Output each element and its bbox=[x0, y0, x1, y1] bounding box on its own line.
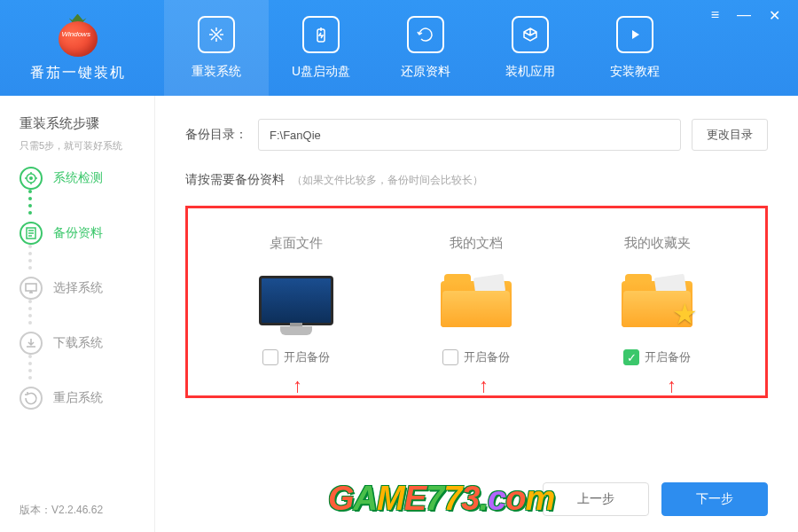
step-download: 下载系统 bbox=[20, 332, 154, 355]
folder-star-icon: ★ bbox=[613, 266, 701, 335]
folder-icon bbox=[432, 266, 520, 335]
nav-usb[interactable]: U盘启动盘 bbox=[269, 0, 373, 96]
header: Windows 番茄一键装机 重装系统 U盘启动盘 还原资料 装机应用 安装教程… bbox=[0, 0, 798, 96]
detect-icon bbox=[20, 167, 43, 190]
backup-icon bbox=[20, 222, 43, 245]
nav-apps[interactable]: 装机应用 bbox=[478, 0, 583, 96]
play-icon bbox=[616, 16, 653, 53]
usb-icon bbox=[302, 16, 340, 53]
main-panel: 备份目录： 更改目录 请按需要备份资料（如果文件比较多，备份时间会比较长） 桌面… bbox=[155, 96, 798, 532]
nav-tutorial[interactable]: 安装教程 bbox=[583, 0, 687, 96]
reinstall-icon bbox=[198, 16, 235, 53]
step-select: 选择系统 bbox=[20, 277, 154, 300]
nav-reinstall[interactable]: 重装系统 bbox=[164, 0, 269, 96]
annotation-arrow-icon: ↑ bbox=[479, 374, 489, 397]
minimize-icon[interactable]: — bbox=[737, 7, 751, 24]
annotation-arrow-icon: ↑ bbox=[293, 374, 302, 397]
backup-documents: 我的文档 开启备份 bbox=[405, 235, 547, 365]
hint: 请按需要备份资料（如果文件比较多，备份时间会比较长） bbox=[185, 172, 768, 188]
select-icon bbox=[20, 277, 43, 300]
sidebar: 重装系统步骤 只需5步，就可装好系统 系统检测 备份资料 选择系统 下载系统 bbox=[0, 96, 155, 532]
backup-box: 桌面文件 开启备份 我的文档 开启备份 我的收藏夹 ★ ✓开启备份 ↑ ↑ ↑ bbox=[185, 206, 768, 398]
restart-icon bbox=[20, 387, 43, 410]
logo-area: Windows 番茄一键装机 bbox=[0, 14, 155, 82]
close-icon[interactable]: ✕ bbox=[769, 7, 780, 24]
monitor-icon bbox=[252, 266, 340, 335]
checkbox-documents[interactable] bbox=[442, 349, 458, 365]
step-detect: 系统检测 bbox=[20, 167, 154, 190]
window-controls: ≡ — ✕ bbox=[711, 7, 780, 24]
watermark: GAME773.com bbox=[328, 480, 554, 518]
checkbox-favorites[interactable]: ✓ bbox=[623, 349, 639, 365]
svg-rect-4 bbox=[26, 284, 36, 291]
checkbox-desktop[interactable] bbox=[262, 349, 278, 365]
tomato-logo-icon: Windows bbox=[57, 14, 99, 57]
dir-input[interactable] bbox=[258, 119, 681, 151]
version-label: 版本：V2.2.46.62 bbox=[20, 503, 103, 518]
backup-desktop: 桌面文件 开启备份 bbox=[225, 235, 367, 365]
nav-restore[interactable]: 还原资料 bbox=[373, 0, 478, 96]
next-button[interactable]: 下一步 bbox=[661, 482, 768, 516]
svg-point-2 bbox=[29, 176, 33, 180]
nav: 重装系统 U盘启动盘 还原资料 装机应用 安装教程 bbox=[164, 0, 687, 96]
menu-icon[interactable]: ≡ bbox=[711, 7, 719, 24]
sidebar-title: 重装系统步骤 bbox=[20, 115, 154, 132]
apps-icon bbox=[512, 16, 549, 53]
prev-button[interactable]: 上一步 bbox=[543, 482, 649, 516]
step-restart: 重启系统 bbox=[20, 387, 154, 410]
backup-favorites: 我的收藏夹 ★ ✓开启备份 bbox=[586, 235, 728, 365]
annotation-arrow-icon: ↑ bbox=[667, 374, 677, 397]
step-backup: 备份资料 bbox=[20, 222, 154, 245]
dir-label: 备份目录： bbox=[185, 127, 247, 143]
restore-icon bbox=[407, 16, 444, 53]
app-name: 番茄一键装机 bbox=[30, 64, 126, 82]
footer-buttons: 上一步 下一步 bbox=[543, 482, 768, 516]
sidebar-subtitle: 只需5步，就可装好系统 bbox=[20, 139, 154, 153]
change-dir-button[interactable]: 更改目录 bbox=[692, 119, 768, 151]
download-icon bbox=[20, 332, 43, 355]
